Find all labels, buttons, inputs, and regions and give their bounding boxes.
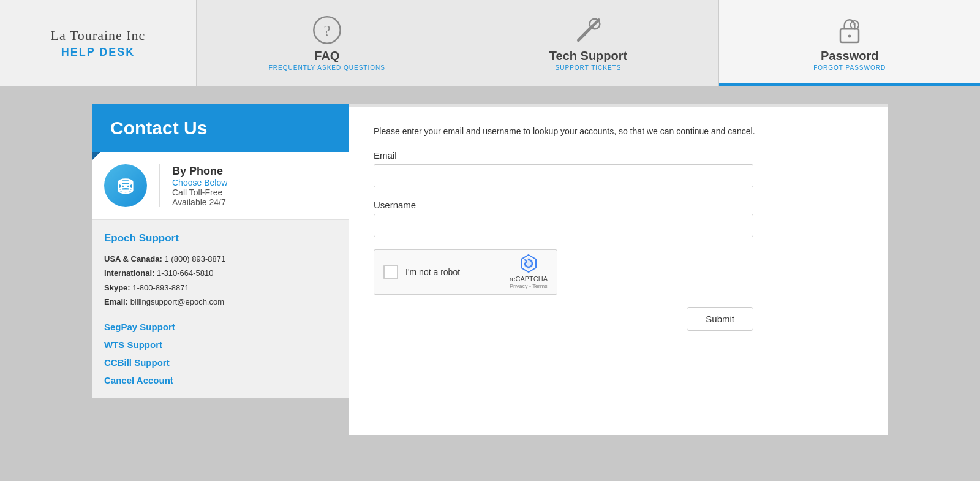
phone-divider xyxy=(159,164,160,207)
choose-below-link[interactable]: Choose Below xyxy=(172,178,227,187)
skype-number: 1-800-893-8871 xyxy=(132,283,189,292)
svg-point-7 xyxy=(848,35,851,38)
form-description: Please enter your email and username to … xyxy=(374,125,864,138)
username-label: Username xyxy=(374,200,864,210)
skype-label: Skype: xyxy=(104,283,130,292)
logo-subtitle: HELP DESK xyxy=(61,46,135,59)
contact-header-container: Contact Us xyxy=(92,104,349,152)
svg-point-13 xyxy=(124,184,127,188)
nav-tech-sublabel: SUPPORT TICKETS xyxy=(556,64,622,71)
right-panel: Please enter your email and username to … xyxy=(349,104,888,435)
ccbill-support-link[interactable]: CCBill Support xyxy=(104,357,337,368)
email-label: Email xyxy=(374,150,864,161)
lock-icon: ? xyxy=(834,15,865,45)
recaptcha-logo-icon xyxy=(519,254,538,273)
header-nav: ? FAQ FREQUENTLY ASKED QUESTIONS Tech Su… xyxy=(196,0,980,86)
nav-tech-support[interactable]: Tech Support SUPPORT TICKETS xyxy=(458,0,719,86)
international-number: 1-310-664-5810 xyxy=(157,268,214,278)
support-section: Epoch Support USA & Canada: 1 (800) 893-… xyxy=(92,220,349,398)
international-label: International: xyxy=(104,268,154,278)
phone-icon-circle xyxy=(104,164,147,207)
available-text: Available 24/7 xyxy=(172,197,227,207)
nav-faq-sublabel: FREQUENTLY ASKED QUESTIONS xyxy=(269,64,385,71)
captcha-box[interactable]: I'm not a robot reCAPTCHA Privacy - Term… xyxy=(374,249,557,295)
left-panel: Contact Us By Phone Choose Below Call To… xyxy=(92,104,349,435)
email-value: billingsupport@epoch.com xyxy=(130,297,224,306)
contact-us-header: Contact Us xyxy=(92,104,349,152)
epoch-support-detail: USA & Canada: 1 (800) 893-8871 Internati… xyxy=(104,252,337,309)
usa-canada-number: 1 (800) 893-8871 xyxy=(165,254,226,263)
wts-support-link[interactable]: WTS Support xyxy=(104,339,337,350)
captcha-logo-area: reCAPTCHA Privacy - Terms xyxy=(510,254,548,290)
page-header: La Touraine Inc HELP DESK ? FAQ FREQUENT… xyxy=(0,0,980,86)
wrench-icon xyxy=(573,15,604,45)
nav-faq-label: FAQ xyxy=(314,49,339,63)
question-icon: ? xyxy=(312,15,342,45)
svg-text:?: ? xyxy=(853,22,856,28)
contact-us-title: Contact Us xyxy=(110,118,331,138)
captcha-checkbox[interactable] xyxy=(383,265,398,279)
support-links: SegPay Support WTS Support CCBill Suppor… xyxy=(104,322,337,385)
phone-icon xyxy=(114,174,137,197)
svg-line-5 xyxy=(591,20,599,28)
epoch-support-title: Epoch Support xyxy=(104,232,337,244)
logo-area: La Touraine Inc HELP DESK xyxy=(0,0,196,86)
main-content: Contact Us By Phone Choose Below Call To… xyxy=(0,86,980,453)
username-input[interactable] xyxy=(374,214,753,237)
nav-password[interactable]: ? Password FORGOT PASSWORD xyxy=(718,0,980,86)
submit-row: Submit xyxy=(374,307,753,331)
segpay-support-link[interactable]: SegPay Support xyxy=(104,322,337,332)
email-input[interactable] xyxy=(374,164,753,187)
nav-tech-label: Tech Support xyxy=(549,49,627,63)
nav-password-sublabel: FORGOT PASSWORD xyxy=(813,64,886,71)
logo-title: La Touraine Inc xyxy=(51,28,146,44)
toll-free-text: Call Toll-Free xyxy=(172,187,227,197)
captcha-label: I'm not a robot xyxy=(405,267,502,277)
by-phone-label: By Phone xyxy=(172,165,227,178)
nav-password-label: Password xyxy=(821,49,878,63)
submit-button[interactable]: Submit xyxy=(687,307,753,331)
cancel-account-link[interactable]: Cancel Account xyxy=(104,375,337,385)
captcha-brand: reCAPTCHA Privacy - Terms xyxy=(510,275,548,290)
phone-section: By Phone Choose Below Call Toll-Free Ava… xyxy=(92,152,349,220)
svg-text:?: ? xyxy=(323,23,330,39)
nav-faq[interactable]: ? FAQ FREQUENTLY ASKED QUESTIONS xyxy=(196,0,458,86)
email-label: Email: xyxy=(104,297,128,306)
phone-text: By Phone Choose Below Call Toll-Free Ava… xyxy=(172,165,227,207)
usa-canada-label: USA & Canada: xyxy=(104,254,162,263)
